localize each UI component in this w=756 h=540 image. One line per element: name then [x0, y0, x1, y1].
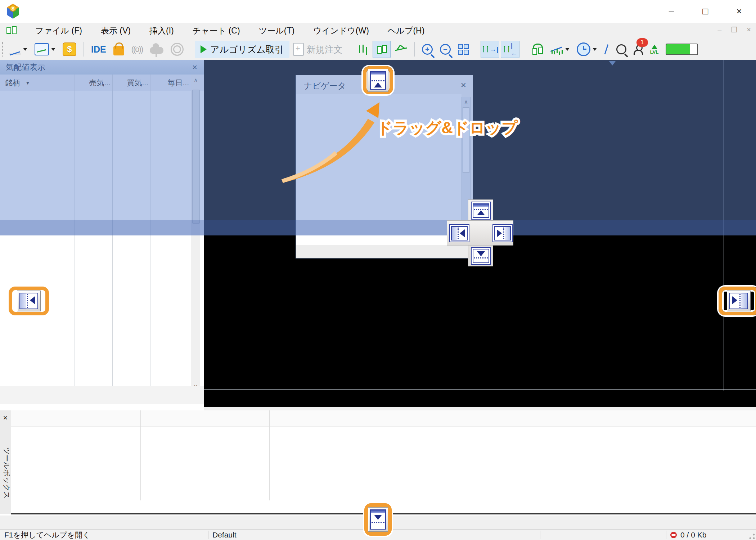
- dock-cross-top-icon: [473, 203, 489, 218]
- menu-item[interactable]: チャート (C): [185, 23, 248, 39]
- dock-left-button[interactable]: [17, 291, 41, 311]
- menu-item[interactable]: ウインドウ(W): [305, 23, 377, 39]
- level-up-icon: LVL: [650, 45, 659, 54]
- market-watch-toggle-button[interactable]: $: [60, 41, 79, 58]
- search-button[interactable]: [613, 41, 629, 58]
- new-chart-button[interactable]: [32, 41, 58, 58]
- dock-left-icon: [19, 293, 38, 309]
- crosshair-button[interactable]: [601, 41, 612, 58]
- status-traffic: 0 / 0 Kb: [666, 530, 753, 540]
- title-bar: $ – □ ×: [0, 0, 756, 23]
- mdi-window-controls[interactable]: –❐×: [717, 26, 751, 34]
- dock-top-button[interactable]: [368, 69, 388, 92]
- dock-cross-left-button[interactable]: [449, 224, 469, 242]
- window-maximize-button[interactable]: □: [688, 0, 722, 23]
- connection-progress-icon: [666, 44, 698, 55]
- level-up-button[interactable]: LVL: [647, 41, 662, 58]
- market-watch-close-icon[interactable]: ×: [189, 62, 200, 73]
- menu-item[interactable]: ファイル (F): [27, 23, 90, 39]
- search-icon: [616, 44, 626, 54]
- connection-status-bar: [663, 41, 701, 58]
- line-chart-mode-button[interactable]: [392, 41, 410, 58]
- bar-chart-icon: [357, 44, 368, 55]
- zoom-in-button[interactable]: +: [419, 41, 436, 58]
- window-close-button[interactable]: ×: [722, 0, 756, 23]
- auto-scroll-button[interactable]: ᛙᛙ|←: [501, 41, 519, 58]
- line-study-button[interactable]: [6, 41, 30, 58]
- market-watch-caption[interactable]: 気配値表示 ×: [0, 60, 204, 75]
- menu-item[interactable]: ヘルプ(H): [380, 23, 433, 39]
- menu-item[interactable]: 表示 (V): [93, 23, 139, 39]
- community-rings-icon: [171, 43, 184, 56]
- chart-scroll-marker-icon: [609, 61, 616, 66]
- chart-shift-icon: ᛙᛙ→|: [484, 44, 496, 55]
- refresh-quotes-button[interactable]: [528, 41, 546, 58]
- dropdown-caret-icon: [51, 48, 55, 51]
- toolbox-vertical-tab[interactable]: ツールボックス: [1, 444, 12, 502]
- toolbox-close-icon[interactable]: ×: [0, 413, 11, 423]
- tile-windows-icon: [458, 44, 469, 55]
- refresh-candles-icon: [531, 43, 544, 55]
- play-icon: [201, 45, 207, 53]
- dock-bottom-icon: [370, 509, 386, 530]
- svg-text:$: $: [12, 6, 14, 12]
- bar-chart-mode-button[interactable]: [355, 41, 371, 58]
- column-header[interactable]: 買気...: [112, 75, 148, 91]
- no-connection-icon: [670, 532, 677, 538]
- market-watch-scrollbar[interactable]: ∧ ∨: [191, 75, 200, 392]
- time-axis[interactable]: [204, 389, 756, 408]
- main-toolbar: $ IDE ((o)) アルゴリズム取引 新規注文 + − ᛙᛙ→| ᛙᛙ|← …: [0, 39, 756, 60]
- candle-chart-mode-button[interactable]: [373, 41, 391, 58]
- market-watch-header[interactable]: 銘柄 ▼売気...買気...毎日...: [0, 75, 204, 91]
- dock-cross-bottom-icon: [473, 249, 489, 263]
- menu-item[interactable]: ツール(T): [251, 23, 302, 39]
- status-profile[interactable]: Default: [208, 530, 284, 540]
- vps-button[interactable]: [147, 41, 166, 58]
- column-header[interactable]: 売気...: [75, 75, 111, 91]
- zoom-out-button[interactable]: −: [437, 41, 454, 58]
- sort-caret-icon: ▼: [25, 80, 30, 86]
- market-watch-tabs: [0, 386, 204, 404]
- price-axis[interactable]: [724, 60, 756, 391]
- dock-left-highlight: [9, 287, 49, 315]
- dock-cross-bottom-button[interactable]: [471, 247, 491, 265]
- column-header[interactable]: 毎日...: [150, 75, 189, 91]
- dock-cross-top-button[interactable]: [471, 202, 491, 220]
- new-chart-icon: [35, 43, 49, 55]
- resize-grip-icon[interactable]: [749, 533, 755, 540]
- new-order-button[interactable]: 新規注文: [290, 41, 346, 58]
- market-store-button[interactable]: [111, 41, 127, 58]
- tile-windows-button[interactable]: [455, 41, 472, 58]
- column-header[interactable]: 銘柄 ▼: [5, 75, 73, 91]
- timeframes-button[interactable]: [574, 41, 600, 58]
- toolbar-grip[interactable]: [2, 42, 5, 57]
- dock-bottom-button[interactable]: [368, 507, 388, 532]
- indicators-button[interactable]: [548, 41, 572, 58]
- auto-scroll-icon: ᛙᛙ|←: [504, 44, 516, 55]
- notifications-button[interactable]: 1: [631, 41, 646, 58]
- dock-right-icon: [729, 293, 748, 309]
- cloud-icon: [150, 47, 163, 54]
- community-button[interactable]: [168, 41, 186, 58]
- status-help-text: F1を押してヘルプを開く: [0, 530, 210, 540]
- dock-cross-left-icon: [451, 226, 468, 240]
- indicators-icon: [551, 44, 563, 54]
- signal-waves-icon: ((o)): [131, 45, 143, 54]
- dock-cross-right-button[interactable]: [492, 224, 513, 242]
- scroll-up-icon: ∧: [191, 75, 200, 85]
- window-minimize-button[interactable]: –: [654, 0, 688, 23]
- ide-button[interactable]: IDE: [88, 41, 109, 58]
- scroll-up-icon: ∧: [462, 97, 470, 107]
- dock-right-button[interactable]: [727, 291, 751, 311]
- menu-item[interactable]: 挿入(I): [141, 23, 182, 39]
- algo-trading-button[interactable]: アルゴリズム取引: [195, 41, 289, 58]
- toolbox-header[interactable]: [11, 410, 756, 427]
- dock-bottom-highlight: [364, 503, 392, 536]
- navigator-close-icon[interactable]: ×: [461, 80, 466, 91]
- dock-top-icon: [370, 71, 386, 90]
- signals-button[interactable]: ((o)): [129, 41, 146, 58]
- mt5-app-logo-icon: $: [5, 3, 21, 19]
- drag-drop-arrow: [266, 90, 396, 191]
- menu-items: ファイル (F)表示 (V)挿入(I)チャート (C)ツール(T)ウインドウ(W…: [27, 23, 432, 39]
- chart-shift-button[interactable]: ᛙᛙ→|: [481, 41, 499, 58]
